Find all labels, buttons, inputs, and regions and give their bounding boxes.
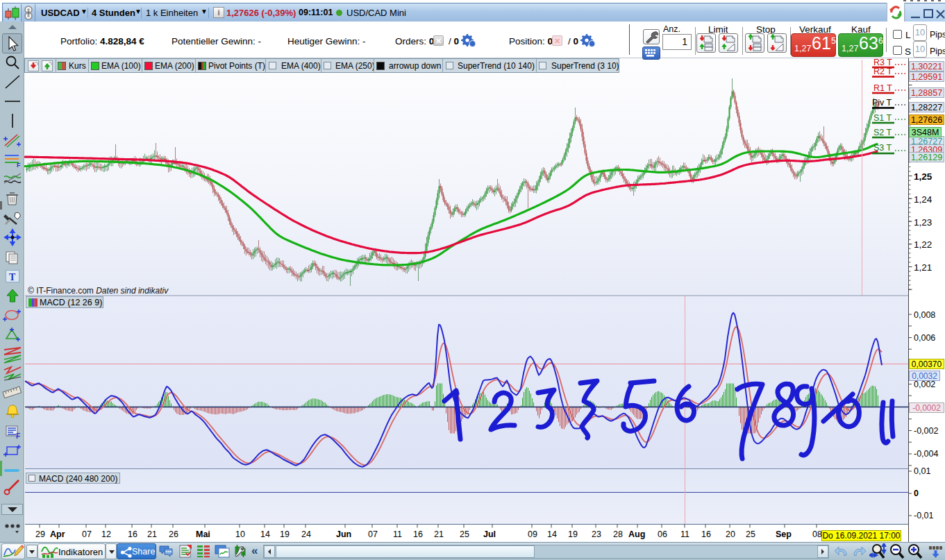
svg-text:F: F: [16, 432, 20, 440]
svg-text:T: T: [9, 272, 16, 282]
svg-text:F: F: [17, 162, 21, 169]
